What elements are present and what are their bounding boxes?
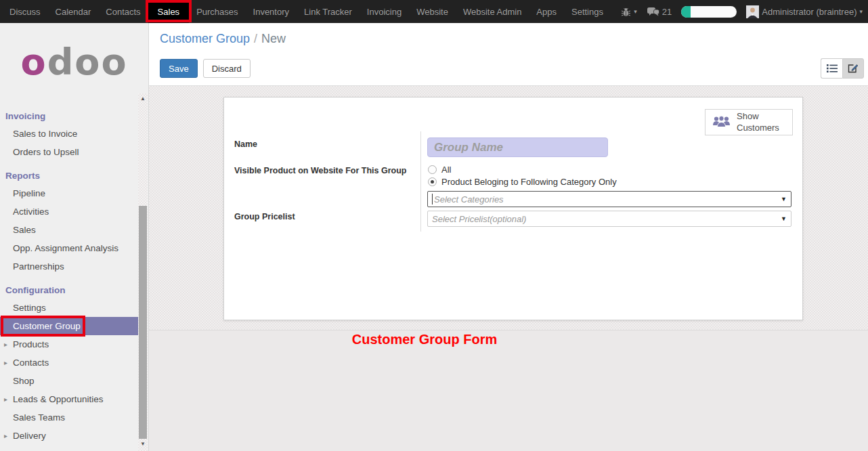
show-customers-label: Show Customers bbox=[737, 111, 784, 133]
radio-option-label: Product Beloging to Following Category O… bbox=[441, 177, 617, 187]
message-count-badge: 21 bbox=[662, 7, 672, 17]
top-menu-apps[interactable]: Apps bbox=[529, 0, 564, 23]
breadcrumb-parent-link[interactable]: Customer Group bbox=[160, 32, 250, 45]
top-menu-discuss[interactable]: Discuss bbox=[2, 0, 48, 23]
radio-option-category-only[interactable]: Product Beloging to Following Category O… bbox=[428, 177, 617, 187]
top-menu-label: Calendar bbox=[56, 7, 91, 17]
debug-menu[interactable]: ▾ bbox=[621, 7, 637, 17]
chevron-down-icon: ▾ bbox=[634, 8, 637, 15]
top-menu-sales-active[interactable]: Sales bbox=[148, 0, 190, 23]
form-column-divider bbox=[420, 131, 421, 232]
control-panel-buttons: Save Discard bbox=[160, 59, 251, 78]
control-panel: Customer Group/New Save Discard bbox=[149, 23, 868, 86]
user-avatar bbox=[746, 5, 759, 18]
sidebar-item-label: Sales bbox=[13, 225, 36, 235]
dropdown-arrow-icon: ▼ bbox=[781, 215, 787, 222]
user-name-label: Administrator (braintree) bbox=[762, 7, 856, 17]
list-view-button[interactable] bbox=[821, 58, 842, 79]
chevron-down-icon: ▾ bbox=[859, 8, 863, 15]
sidebar-item-label: Delivery bbox=[13, 431, 46, 441]
sidebar-item-partnerships[interactable]: Partnerships bbox=[0, 257, 138, 276]
sidebar-item-activities[interactable]: Activities bbox=[0, 202, 138, 221]
radio-button-selected-icon[interactable] bbox=[428, 177, 437, 186]
sidebar-menu: Invoicing Sales to Invoice Orders to Ups… bbox=[0, 108, 138, 445]
customer-group-form-annotation: Customer Group Form bbox=[352, 332, 497, 347]
messages-menu[interactable]: 21 bbox=[647, 7, 672, 17]
top-menu-label: Discuss bbox=[9, 7, 41, 17]
sidebar-item-leads-opportunities[interactable]: ▸Leads & Opportunities bbox=[0, 390, 138, 408]
form-view-button[interactable] bbox=[842, 58, 864, 79]
sidebar-item-label: Partnerships bbox=[13, 261, 64, 272]
sidebar-item-label: Contacts bbox=[13, 358, 49, 368]
top-menu-website[interactable]: Website bbox=[409, 0, 456, 23]
bug-icon bbox=[621, 7, 631, 17]
form-view-background: Show Customers Name Visible Product on W… bbox=[149, 86, 868, 330]
sidebar-item-opp-assignment-analysis[interactable]: Opp. Assignment Analysis bbox=[0, 239, 138, 257]
discard-button[interactable]: Discard bbox=[203, 59, 251, 78]
top-menu-inventory[interactable]: Inventory bbox=[246, 0, 297, 23]
radio-option-all[interactable]: All bbox=[428, 165, 451, 175]
top-menu-label: Invoicing bbox=[367, 7, 402, 17]
select-categories-dropdown[interactable]: Select Categories ▼ bbox=[427, 191, 791, 207]
form-sheet: Show Customers Name Visible Product on W… bbox=[223, 97, 803, 320]
sidebar-item-label: Pipeline bbox=[13, 188, 45, 198]
expand-arrow-icon: ▸ bbox=[4, 353, 7, 372]
top-menu-link-tracker[interactable]: Link Tracker bbox=[297, 0, 360, 23]
group-name-input[interactable] bbox=[427, 137, 608, 157]
sidebar-item-sales-teams[interactable]: Sales Teams bbox=[0, 408, 138, 427]
sidebar-item-label: Shop bbox=[13, 376, 35, 386]
sidebar-item-contacts[interactable]: ▸Contacts bbox=[0, 353, 138, 372]
scroll-up-arrow-icon[interactable]: ▲ bbox=[138, 95, 148, 103]
select-pricelist-placeholder: Select Pricelist(optional) bbox=[432, 214, 526, 224]
top-menu-label: Inventory bbox=[253, 7, 289, 17]
sidebar-scrollbar[interactable]: ▲ ▼ bbox=[138, 93, 148, 451]
sidebar-item-label: Settings bbox=[13, 303, 46, 313]
main-content: Customer Group/New Save Discard bbox=[149, 23, 868, 451]
list-icon bbox=[827, 64, 838, 73]
scroll-down-arrow-icon[interactable]: ▼ bbox=[138, 440, 148, 448]
top-menu-invoicing[interactable]: Invoicing bbox=[360, 0, 409, 23]
show-customers-button[interactable]: Show Customers bbox=[705, 109, 793, 135]
top-menu-contacts[interactable]: Contacts bbox=[98, 0, 148, 23]
save-button[interactable]: Save bbox=[160, 59, 198, 78]
sidebar-item-products[interactable]: ▸Products bbox=[0, 335, 138, 353]
sidebar-section-reports: Reports bbox=[0, 168, 138, 184]
scrollbar-thumb[interactable] bbox=[139, 206, 147, 439]
sidebar-item-label: Leads & Opportunities bbox=[13, 394, 104, 404]
sidebar-item-label: Sales to Invoice bbox=[13, 129, 77, 139]
top-menu-label: Contacts bbox=[106, 7, 140, 17]
progress-fill bbox=[681, 6, 691, 18]
sidebar-item-delivery[interactable]: ▸Delivery bbox=[0, 427, 138, 445]
top-menu-label: Apps bbox=[536, 7, 557, 17]
top-menu-settings[interactable]: Settings bbox=[564, 0, 611, 23]
dropdown-arrow-icon: ▼ bbox=[781, 196, 787, 202]
chat-icon bbox=[647, 7, 659, 17]
expand-arrow-icon: ▸ bbox=[4, 390, 7, 408]
edit-icon bbox=[848, 63, 859, 74]
expand-arrow-icon: ▸ bbox=[4, 335, 7, 353]
topbar-progress-widget[interactable] bbox=[681, 6, 737, 18]
top-menu-purchases[interactable]: Purchases bbox=[189, 0, 245, 23]
top-menu-website-admin[interactable]: Website Admin bbox=[456, 0, 529, 23]
top-menu-calendar[interactable]: Calendar bbox=[48, 0, 99, 23]
bottom-region: Customer Group Form bbox=[149, 330, 868, 451]
expand-arrow-icon: ▸ bbox=[4, 427, 7, 445]
sidebar-item-customer-group[interactable]: Customer Group bbox=[0, 317, 138, 335]
select-pricelist-dropdown[interactable]: Select Pricelist(optional) ▼ bbox=[427, 211, 791, 227]
sidebar-item-pipeline[interactable]: Pipeline bbox=[0, 184, 138, 202]
group-pricelist-field-label: Group Pricelist bbox=[234, 212, 295, 221]
breadcrumb: Customer Group/New bbox=[160, 32, 286, 46]
radio-button-icon[interactable] bbox=[428, 165, 437, 174]
odoo-app-window: Discuss Calendar Contacts Sales Purchase… bbox=[0, 0, 868, 451]
top-menu-label: Website bbox=[416, 7, 448, 17]
user-menu[interactable]: Administrator (braintree) ▾ bbox=[746, 5, 863, 18]
sidebar-item-sales-to-invoice[interactable]: Sales to Invoice bbox=[0, 125, 138, 143]
sidebar-item-shop[interactable]: Shop bbox=[0, 372, 138, 390]
sidebar: odoo Invoicing Sales to Invoice Orders t… bbox=[0, 23, 149, 451]
sidebar-item-label: Products bbox=[13, 339, 49, 349]
sidebar-item-orders-to-upsell[interactable]: Orders to Upsell bbox=[0, 143, 138, 161]
sidebar-item-settings[interactable]: Settings bbox=[0, 299, 138, 317]
sidebar-item-sales-report[interactable]: Sales bbox=[0, 221, 138, 239]
sidebar-section-configuration: Configuration bbox=[0, 282, 138, 299]
radio-option-label: All bbox=[441, 165, 451, 175]
